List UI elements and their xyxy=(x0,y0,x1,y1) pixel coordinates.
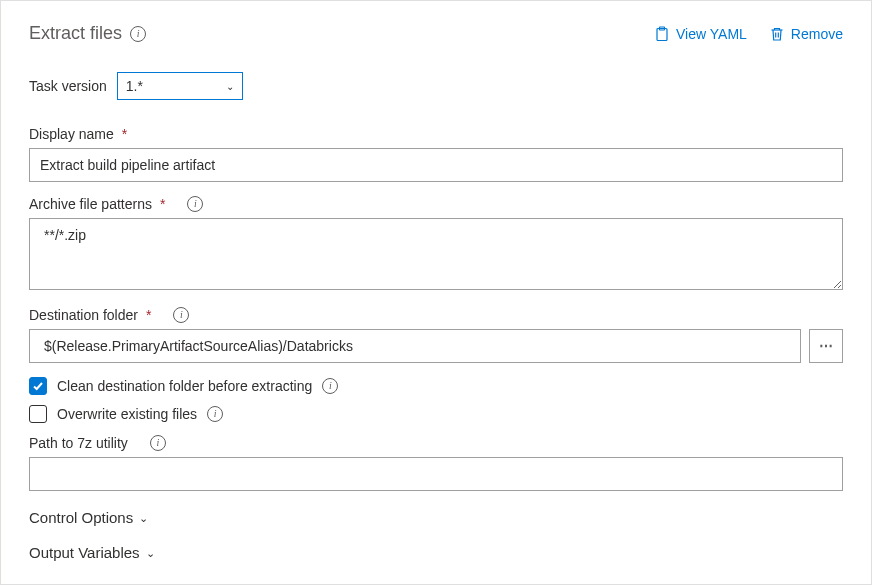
required-marker: * xyxy=(160,196,165,212)
path-7z-group: Path to 7z utility i xyxy=(29,435,843,491)
archive-patterns-group: Archive file patterns * i xyxy=(29,196,843,293)
display-name-group: Display name * xyxy=(29,126,843,182)
info-icon[interactable]: i xyxy=(187,196,203,212)
header-row: Extract files i View YAML Remove xyxy=(29,23,843,44)
required-marker: * xyxy=(122,126,127,142)
path-7z-input[interactable] xyxy=(29,457,843,491)
chevron-down-icon: ⌄ xyxy=(226,81,234,92)
remove-label: Remove xyxy=(791,26,843,42)
trash-icon xyxy=(769,26,785,42)
overwrite-label: Overwrite existing files xyxy=(57,406,197,422)
destination-input[interactable] xyxy=(29,329,801,363)
view-yaml-label: View YAML xyxy=(676,26,747,42)
clipboard-icon xyxy=(654,26,670,42)
info-icon[interactable]: i xyxy=(207,406,223,422)
archive-patterns-label-row: Archive file patterns * i xyxy=(29,196,843,212)
header-actions: View YAML Remove xyxy=(654,26,843,42)
overwrite-checkbox[interactable] xyxy=(29,405,47,423)
info-icon[interactable]: i xyxy=(130,26,146,42)
output-variables-toggle[interactable]: Output Variables ⌄ xyxy=(29,544,843,561)
page-title: Extract files xyxy=(29,23,122,44)
browse-button[interactable]: ⋯ xyxy=(809,329,843,363)
task-config-panel: Extract files i View YAML Remove xyxy=(0,0,872,585)
archive-patterns-label: Archive file patterns xyxy=(29,196,152,212)
control-options-label: Control Options xyxy=(29,509,133,526)
task-version-row: Task version 1.* ⌄ xyxy=(29,72,843,100)
path-7z-label-row: Path to 7z utility i xyxy=(29,435,843,451)
task-version-label: Task version xyxy=(29,78,107,94)
destination-label-row: Destination folder * i xyxy=(29,307,843,323)
info-icon[interactable]: i xyxy=(150,435,166,451)
view-yaml-button[interactable]: View YAML xyxy=(654,26,747,42)
output-variables-label: Output Variables xyxy=(29,544,140,561)
destination-group: Destination folder * i ⋯ xyxy=(29,307,843,363)
required-marker: * xyxy=(146,307,151,323)
clean-destination-row: Clean destination folder before extracti… xyxy=(29,377,843,395)
chevron-down-icon: ⌄ xyxy=(139,512,148,525)
remove-button[interactable]: Remove xyxy=(769,26,843,42)
info-icon[interactable]: i xyxy=(173,307,189,323)
ellipsis-icon: ⋯ xyxy=(819,338,834,354)
path-7z-label: Path to 7z utility xyxy=(29,435,128,451)
destination-label: Destination folder xyxy=(29,307,138,323)
check-icon xyxy=(32,380,44,392)
task-version-value: 1.* xyxy=(126,78,143,94)
clean-destination-label: Clean destination folder before extracti… xyxy=(57,378,312,394)
clean-destination-checkbox[interactable] xyxy=(29,377,47,395)
overwrite-row: Overwrite existing files i xyxy=(29,405,843,423)
display-name-label: Display name xyxy=(29,126,114,142)
title-group: Extract files i xyxy=(29,23,146,44)
destination-input-row: ⋯ xyxy=(29,329,843,363)
task-version-select[interactable]: 1.* ⌄ xyxy=(117,72,243,100)
archive-patterns-input[interactable] xyxy=(29,218,843,290)
control-options-toggle[interactable]: Control Options ⌄ xyxy=(29,509,843,526)
chevron-down-icon: ⌄ xyxy=(146,547,155,560)
display-name-input[interactable] xyxy=(29,148,843,182)
display-name-label-row: Display name * xyxy=(29,126,843,142)
info-icon[interactable]: i xyxy=(322,378,338,394)
